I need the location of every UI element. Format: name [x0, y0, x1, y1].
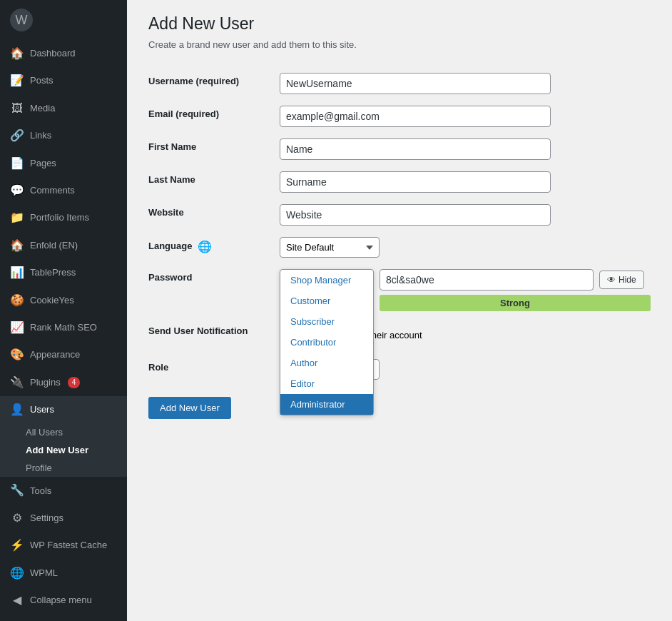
wp-logo-icon: W [10, 9, 33, 31]
sidebar-item-dashboard[interactable]: 🏠 Dashboard [0, 40, 127, 67]
password-strength-bar: Strong [380, 295, 651, 311]
rankmath-icon: 📈 [10, 320, 24, 335]
tablepress-icon: 📊 [10, 265, 24, 281]
sidebar-item-label: Comments [30, 184, 75, 197]
portfolio-icon: 📁 [10, 210, 24, 226]
sidebar-item-settings[interactable]: ⚙ Settings [0, 505, 127, 532]
firstname-row: First Name [148, 133, 651, 166]
appearance-icon: 🎨 [10, 347, 24, 363]
sidebar-item-label: TablePress [30, 266, 76, 279]
language-label: Language 🌐 [148, 231, 280, 263]
dropdown-item-editor[interactable]: Editor [280, 373, 373, 394]
password-input[interactable] [380, 269, 594, 291]
plugins-badge: 4 [68, 377, 81, 388]
pages-icon: 📄 [10, 156, 24, 171]
firstname-label: First Name [148, 133, 280, 166]
lastname-label: Last Name [148, 166, 280, 198]
sidebar-item-enfold[interactable]: 🏠 Enfold (EN) [0, 232, 127, 259]
page-subtitle: Create a brand new user and add them to … [148, 39, 651, 50]
eye-icon: 👁 [607, 275, 616, 285]
sidebar-sub-profile[interactable]: Profile [0, 459, 127, 477]
wpml-icon: 🌐 [10, 565, 24, 581]
sidebar-item-wpfastestcache[interactable]: ⚡ WP Fastest Cache [0, 532, 127, 559]
posts-icon: 📝 [10, 73, 24, 89]
language-select[interactable]: Site Default [280, 237, 380, 258]
add-new-user-button[interactable]: Add New User [148, 397, 231, 419]
sidebar-item-label: Tools [30, 485, 51, 498]
sidebar-item-label: Posts [30, 74, 54, 87]
dropdown-item-customer[interactable]: Customer [280, 291, 373, 311]
wpfastestcache-icon: ⚡ [10, 537, 24, 553]
email-field-cell [280, 100, 651, 133]
hide-label: Hide [618, 275, 636, 285]
sidebar-item-label: CookieYes [30, 294, 74, 307]
comments-icon: 💬 [10, 183, 24, 198]
dropdown-item-administrator[interactable]: Administrator [280, 394, 373, 415]
sidebar-item-label: WP Fastest Cache [30, 539, 107, 552]
sidebar-sub-all-users[interactable]: All Users [0, 423, 127, 441]
wp-logo: W [0, 0, 127, 40]
sidebar-sub-add-new-user[interactable]: Add New User [0, 441, 127, 459]
sidebar-item-label: Plugins [30, 376, 61, 389]
sidebar-item-label: Links [30, 129, 51, 142]
media-icon: 🖼 [10, 101, 24, 116]
sidebar-item-plugins[interactable]: 🔌 Plugins 4 [0, 369, 127, 396]
sidebar-item-portfolio[interactable]: 📁 Portfolio Items [0, 204, 127, 231]
language-field-cell: Site Default [280, 231, 651, 263]
lastname-field-cell [280, 166, 651, 198]
dropdown-item-author[interactable]: Author [280, 353, 373, 373]
lastname-input[interactable] [280, 171, 551, 193]
sidebar: W 🏠 Dashboard 📝 Posts 🖼 Media 🔗 Links 📄 … [0, 0, 127, 621]
sidebar-item-media[interactable]: 🖼 Media [0, 95, 127, 122]
username-label: Username (required) [148, 67, 280, 100]
language-icon: 🌐 [198, 241, 212, 253]
sidebar-item-pages[interactable]: 📄 Pages [0, 150, 127, 177]
sidebar-item-label: Appearance [30, 348, 80, 361]
dropdown-item-contributor[interactable]: Contributor [280, 332, 373, 353]
role-row: Role Administrator ▼ [148, 353, 651, 385]
sidebar-item-cookieyes[interactable]: 🍪 CookieYes [0, 287, 127, 314]
sidebar-item-label: Dashboard [30, 47, 76, 60]
sidebar-item-label: Portfolio Items [30, 211, 89, 224]
language-row: Language 🌐 Site Default [148, 231, 651, 263]
email-input[interactable] [280, 106, 551, 127]
dropdown-item-subscriber[interactable]: Subscriber [280, 311, 373, 332]
sidebar-item-posts[interactable]: 📝 Posts [0, 67, 127, 94]
password-row: Password Shop Manager Customer Subscribe… [148, 263, 651, 317]
sidebar-item-wpml[interactable]: 🌐 WPML [0, 560, 127, 587]
sidebar-item-tools[interactable]: 🔧 Tools [0, 477, 127, 504]
dashboard-icon: 🏠 [10, 46, 24, 61]
role-label: Role [148, 353, 280, 385]
sidebar-item-users[interactable]: 👤 Users [0, 396, 127, 423]
sidebar-item-comments[interactable]: 💬 Comments [0, 177, 127, 204]
notification-row: Send User Notification er an email about… [148, 317, 651, 353]
tools-icon: 🔧 [10, 483, 24, 498]
sidebar-item-collapse[interactable]: ◀ Collapse menu [0, 587, 127, 614]
sidebar-item-label: WPML [30, 567, 58, 580]
notification-label: Send User Notification [148, 317, 280, 353]
sidebar-item-label: Enfold (EN) [30, 239, 78, 252]
cookieyes-icon: 🍪 [10, 293, 24, 308]
website-field-cell [280, 198, 651, 231]
website-row: Website [148, 198, 651, 231]
plugins-icon: 🔌 [10, 375, 24, 390]
website-input[interactable] [280, 204, 551, 226]
dropdown-item-shop-manager[interactable]: Shop Manager [280, 270, 373, 291]
users-icon: 👤 [10, 402, 24, 418]
hide-password-button[interactable]: 👁 Hide [599, 271, 644, 289]
sidebar-item-links[interactable]: 🔗 Links [0, 122, 127, 149]
email-label: Email (required) [148, 100, 280, 133]
sidebar-item-tablepress[interactable]: 📊 TablePress [0, 259, 127, 286]
sidebar-item-appearance[interactable]: 🎨 Appearance [0, 341, 127, 368]
sidebar-item-label: Users [30, 403, 54, 416]
sidebar-item-label: Rank Math SEO [30, 321, 97, 334]
sidebar-item-label: Media [30, 102, 55, 115]
username-row: Username (required) [148, 67, 651, 100]
role-dropdown: Shop Manager Customer Subscriber Contrib… [280, 269, 374, 415]
sidebar-item-rankmath[interactable]: 📈 Rank Math SEO [0, 314, 127, 341]
firstname-input[interactable] [280, 138, 551, 160]
username-input[interactable] [280, 73, 551, 94]
main-content: Add New User Create a brand new user and… [127, 0, 672, 621]
settings-icon: ⚙ [10, 510, 24, 526]
firstname-field-cell [280, 133, 651, 166]
